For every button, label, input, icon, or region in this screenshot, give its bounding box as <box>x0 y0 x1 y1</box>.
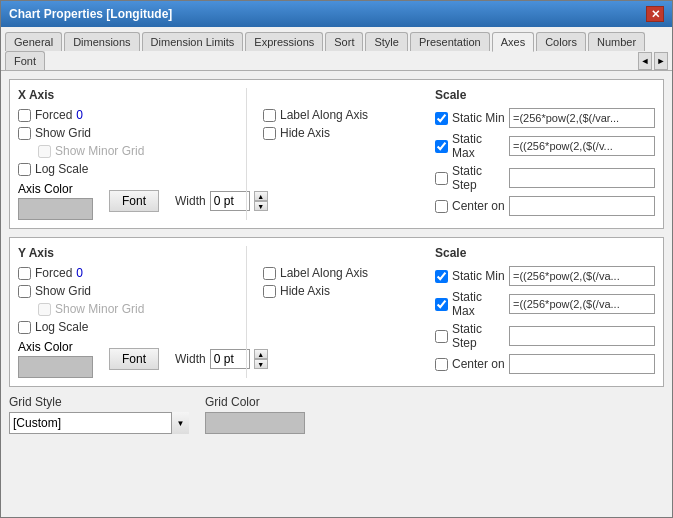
yaxis-divider <box>246 246 247 378</box>
xaxis-options-col: Label Along Axis Hide Axis <box>263 88 423 220</box>
yaxis-static-step-checkbox[interactable] <box>435 330 448 343</box>
grid-color-label: Grid Color <box>205 395 305 409</box>
tab-number[interactable]: Number <box>588 32 645 51</box>
yaxis-hide-axis-row: Hide Axis <box>263 284 423 298</box>
xaxis-width-input[interactable] <box>210 191 250 211</box>
yaxis-color-box[interactable] <box>18 356 93 378</box>
xaxis-width-label: Width <box>175 194 206 208</box>
tab-scroll-buttons: ◄ ► <box>638 52 668 70</box>
yaxis-options-spacer <box>263 246 423 266</box>
xaxis-hide-axis-label: Hide Axis <box>280 126 330 140</box>
yaxis-static-max-input[interactable] <box>509 294 655 314</box>
xaxis-title: X Axis <box>18 88 230 102</box>
yaxis-scale-title: Scale <box>435 246 655 260</box>
yaxis-center-on-checkbox[interactable] <box>435 358 448 371</box>
xaxis-label-along-row: Label Along Axis <box>263 108 423 122</box>
xaxis-static-step-row: Static Step <box>435 164 655 192</box>
close-button[interactable]: ✕ <box>646 6 664 22</box>
yaxis-hide-axis-checkbox[interactable] <box>263 285 276 298</box>
yaxis-color-label: Axis Color <box>18 340 93 354</box>
xaxis-show-minor-grid-checkbox[interactable] <box>38 145 51 158</box>
xaxis-show-grid-checkbox[interactable] <box>18 127 31 140</box>
tab-font[interactable]: Font <box>5 51 45 70</box>
yaxis-title: Y Axis <box>18 246 230 260</box>
yaxis-label-along-label: Label Along Axis <box>280 266 368 280</box>
yaxis-font-button[interactable]: Font <box>109 348 159 370</box>
tab-scroll-right[interactable]: ► <box>654 52 668 70</box>
xaxis-font-col: Font <box>109 190 159 212</box>
yaxis-show-minor-grid-label: Show Minor Grid <box>55 302 144 316</box>
xaxis-static-min-row: Static Min <box>435 108 655 128</box>
grid-style-section: Grid Style [Custom] ▼ <box>9 395 189 434</box>
xaxis-static-min-checkbox[interactable] <box>435 112 448 125</box>
yaxis-show-minor-grid-checkbox[interactable] <box>38 303 51 316</box>
yaxis-forced-row: Forced 0 <box>18 266 230 280</box>
content-area: X Axis Forced 0 Show Grid Show Minor Gri… <box>1 71 672 517</box>
grid-style-dropdown-wrapper: [Custom] ▼ <box>9 412 189 434</box>
yaxis-static-min-label: Static Min <box>452 269 505 283</box>
xaxis-hide-axis-checkbox[interactable] <box>263 127 276 140</box>
yaxis-show-grid-row: Show Grid <box>18 284 230 298</box>
xaxis-font-button[interactable]: Font <box>109 190 159 212</box>
yaxis-label-along-checkbox[interactable] <box>263 267 276 280</box>
xaxis-center-on-row: Center on <box>435 196 655 216</box>
xaxis-section: X Axis Forced 0 Show Grid Show Minor Gri… <box>9 79 664 229</box>
xaxis-log-scale-checkbox[interactable] <box>18 163 31 176</box>
xaxis-static-max-input[interactable] <box>509 136 655 156</box>
grid-color-box[interactable] <box>205 412 305 434</box>
xaxis-color-box[interactable] <box>18 198 93 220</box>
yaxis-font-col: Font <box>109 348 159 370</box>
tab-presentation[interactable]: Presentation <box>410 32 490 51</box>
xaxis-static-max-checkbox[interactable] <box>435 140 448 153</box>
xaxis-color-font-row: Axis Color Font Width ▲ ▼ <box>18 182 230 220</box>
tab-colors[interactable]: Colors <box>536 32 586 51</box>
yaxis-width-input[interactable] <box>210 349 250 369</box>
tab-axes[interactable]: Axes <box>492 32 534 52</box>
tab-bar: General Dimensions Dimension Limits Expr… <box>1 27 672 71</box>
tab-dimensions[interactable]: Dimensions <box>64 32 139 51</box>
yaxis-show-minor-grid-row: Show Minor Grid <box>38 302 230 316</box>
xaxis-forced-label: Forced <box>35 108 72 122</box>
xaxis-show-minor-grid-row: Show Minor Grid <box>38 144 230 158</box>
yaxis-log-scale-checkbox[interactable] <box>18 321 31 334</box>
tab-dimension-limits[interactable]: Dimension Limits <box>142 32 244 51</box>
tab-expressions[interactable]: Expressions <box>245 32 323 51</box>
yaxis-static-max-row: Static Max <box>435 290 655 318</box>
xaxis-static-step-checkbox[interactable] <box>435 172 448 185</box>
yaxis-center-on-row: Center on <box>435 354 655 374</box>
xaxis-log-scale-label: Log Scale <box>35 162 88 176</box>
yaxis-static-step-label: Static Step <box>452 322 505 350</box>
yaxis-label-along-row: Label Along Axis <box>263 266 423 280</box>
yaxis-forced-checkbox[interactable] <box>18 267 31 280</box>
yaxis-width-row: Width ▲ ▼ <box>175 349 268 369</box>
tab-style[interactable]: Style <box>365 32 407 51</box>
yaxis-forced-label: Forced <box>35 266 72 280</box>
xaxis-center-on-input[interactable] <box>509 196 655 216</box>
xaxis-label-along-checkbox[interactable] <box>263 109 276 122</box>
xaxis-forced-row: Forced 0 <box>18 108 230 122</box>
xaxis-forced-value: 0 <box>76 108 83 122</box>
tab-sort[interactable]: Sort <box>325 32 363 51</box>
yaxis-static-max-label: Static Max <box>452 290 505 318</box>
yaxis-static-min-input[interactable] <box>509 266 655 286</box>
grid-style-select[interactable]: [Custom] <box>9 412 189 434</box>
xaxis-divider <box>246 88 247 220</box>
xaxis-forced-checkbox[interactable] <box>18 109 31 122</box>
xaxis-color-col: Axis Color <box>18 182 93 220</box>
yaxis-hide-axis-label: Hide Axis <box>280 284 330 298</box>
tab-scroll-left[interactable]: ◄ <box>638 52 652 70</box>
xaxis-center-on-checkbox[interactable] <box>435 200 448 213</box>
xaxis-static-step-input[interactable] <box>509 168 655 188</box>
yaxis-center-on-input[interactable] <box>509 354 655 374</box>
xaxis-color-label: Axis Color <box>18 182 93 196</box>
grid-style-label: Grid Style <box>9 395 189 409</box>
yaxis-static-step-input[interactable] <box>509 326 655 346</box>
yaxis-static-min-checkbox[interactable] <box>435 270 448 283</box>
xaxis-static-min-input[interactable] <box>509 108 655 128</box>
xaxis-left: X Axis Forced 0 Show Grid Show Minor Gri… <box>18 88 230 220</box>
xaxis-show-minor-grid-label: Show Minor Grid <box>55 144 144 158</box>
yaxis-static-max-checkbox[interactable] <box>435 298 448 311</box>
tab-general[interactable]: General <box>5 32 62 51</box>
yaxis-show-grid-checkbox[interactable] <box>18 285 31 298</box>
window-title: Chart Properties [Longitude] <box>9 7 172 21</box>
